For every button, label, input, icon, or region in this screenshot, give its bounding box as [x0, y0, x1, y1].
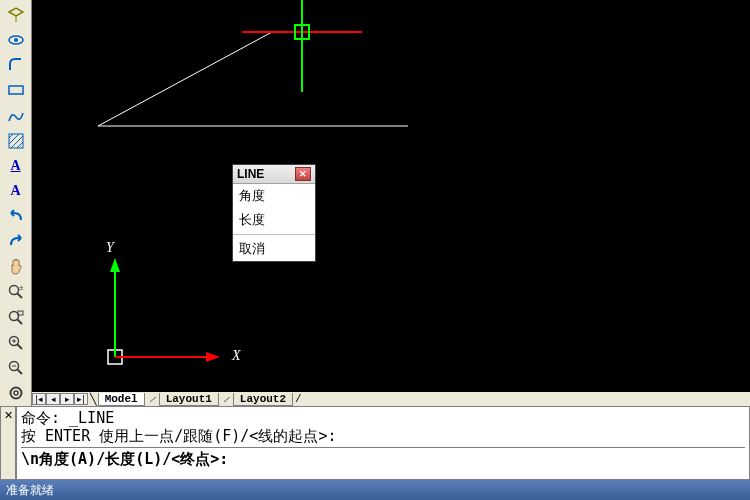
svg-rect-3: [9, 86, 23, 94]
menu-item-cancel[interactable]: 取消: [233, 237, 315, 261]
tool-zoom-realtime-icon[interactable]: ±: [4, 281, 28, 304]
tool-text-underline-icon[interactable]: A: [4, 155, 28, 178]
tab-nav-last-icon[interactable]: ▸|: [74, 393, 88, 405]
svg-line-13: [17, 319, 22, 324]
left-toolbar: A A ±: [0, 0, 32, 406]
tool-pan-icon[interactable]: [4, 256, 28, 279]
svg-line-16: [17, 344, 22, 349]
popup-title-text: LINE: [237, 167, 264, 181]
tab-nav-next-icon[interactable]: ▸: [60, 393, 74, 405]
svg-line-20: [17, 369, 22, 374]
layout-tabbar: |◂ ◂ ▸ ▸| ╲ Model ⟋ Layout1 ⟋ Layout2 /: [32, 392, 750, 406]
tool-zoom-extents-icon[interactable]: [4, 382, 28, 405]
tab-layout2[interactable]: Layout2: [233, 393, 293, 406]
status-text: 准备就绪: [6, 483, 54, 497]
ucs-y-label: Y: [106, 240, 114, 256]
command-prompt: \n角度(A)/长度(L)/<终点>:: [21, 447, 745, 468]
tab-nav-first-icon[interactable]: |◂: [32, 393, 46, 405]
tab-layout1[interactable]: Layout1: [159, 393, 219, 406]
menu-item-angle[interactable]: 角度: [233, 184, 315, 208]
drawing-canvas[interactable]: Y X LINE ✕ 角度 长度 取消: [32, 0, 750, 406]
tool-eye-icon[interactable]: [4, 28, 28, 51]
cursor-pickbox: [294, 24, 310, 40]
tool-undo-icon[interactable]: [4, 205, 28, 228]
svg-line-6: [9, 134, 19, 144]
tool-sketch-icon[interactable]: [4, 104, 28, 127]
tool-hatch-icon[interactable]: [4, 129, 28, 152]
ucs-x-label: X: [232, 348, 241, 364]
status-bar: 准备就绪: [0, 480, 750, 500]
command-history-2: 按 ENTER 使用上一点/跟随(F)/<线的起点>:: [21, 427, 745, 445]
tool-attribute[interactable]: [4, 3, 28, 26]
tool-rectangle-icon[interactable]: [4, 79, 28, 102]
tab-nav-prev-icon[interactable]: ◂: [46, 393, 60, 405]
command-area: ✕ 命令: _LINE 按 ENTER 使用上一点/跟随(F)/<线的起点>: …: [0, 406, 750, 480]
tool-zoom-in-icon[interactable]: [4, 331, 28, 354]
svg-line-7: [11, 136, 23, 148]
svg-point-23: [14, 391, 18, 395]
svg-marker-30: [206, 352, 220, 362]
svg-point-22: [10, 388, 21, 399]
tool-redo-icon[interactable]: [4, 230, 28, 253]
svg-line-8: [17, 142, 23, 148]
menu-item-length[interactable]: 长度: [233, 208, 315, 232]
command-history-1: 命令: _LINE: [21, 409, 745, 427]
line-context-menu: LINE ✕ 角度 长度 取消: [232, 164, 316, 262]
tool-text-icon[interactable]: A: [4, 180, 28, 203]
command-close-icon[interactable]: ✕: [0, 406, 16, 480]
svg-line-10: [17, 293, 22, 298]
command-text[interactable]: 命令: _LINE 按 ENTER 使用上一点/跟随(F)/<线的起点>: \n…: [16, 406, 750, 480]
svg-point-2: [14, 38, 18, 42]
svg-text:±: ±: [19, 283, 24, 292]
svg-line-24: [98, 32, 272, 126]
tool-fillet-icon[interactable]: [4, 54, 28, 77]
cursor-vertical: [301, 0, 303, 92]
svg-marker-28: [110, 258, 120, 272]
tool-zoom-out-icon[interactable]: [4, 357, 28, 380]
menu-separator: [233, 234, 315, 235]
close-icon[interactable]: ✕: [295, 167, 311, 181]
svg-line-5: [9, 134, 13, 138]
tab-model[interactable]: Model: [98, 393, 145, 406]
tool-zoom-window-icon[interactable]: [4, 306, 28, 329]
popup-titlebar[interactable]: LINE ✕: [233, 165, 315, 184]
